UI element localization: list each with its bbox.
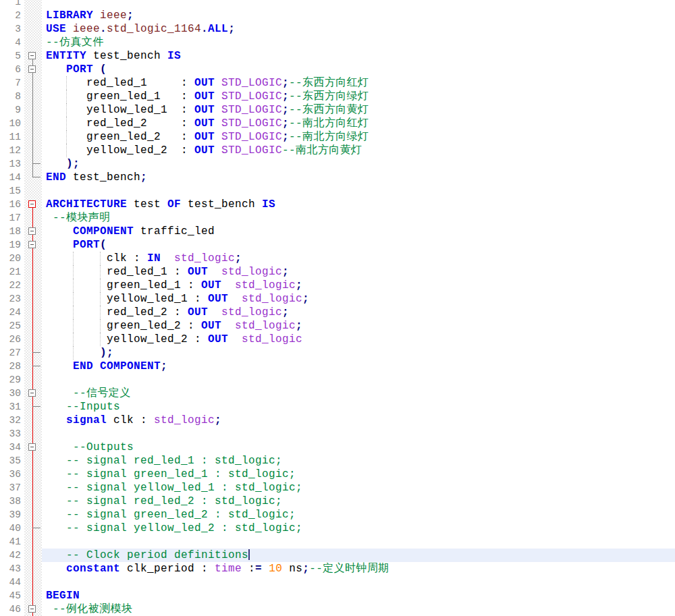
code-text[interactable]: -- signal yellow_led_2 : std_logic; [42, 522, 675, 535]
code-text[interactable] [42, 427, 675, 441]
code-text[interactable]: green_led_2 : OUT std_logic; [42, 319, 675, 333]
code-text[interactable]: yellow_led_2 : OUT STD_LOGIC--南北方向黄灯 [42, 144, 675, 157]
line-number[interactable]: 14 [0, 171, 24, 184]
code-text[interactable]: -- signal yellow_led_1 : std_logic; [42, 481, 675, 495]
line-number[interactable]: 41 [0, 535, 24, 549]
line-number[interactable]: 20 [0, 252, 24, 265]
code-text[interactable]: --信号定义 [42, 387, 675, 400]
line-number[interactable]: 31 [0, 400, 24, 414]
code-text[interactable]: --仿真文件 [42, 36, 675, 49]
code-text[interactable]: PORT( [42, 238, 675, 252]
code-text[interactable]: -- signal green_led_1 : std_logic; [42, 468, 675, 481]
code-text[interactable]: PORT ( [42, 63, 675, 76]
code-text[interactable]: -- signal green_led_2 : std_logic; [42, 508, 675, 522]
code-text[interactable]: ); [42, 157, 675, 171]
code-text[interactable]: green_led_1 : OUT std_logic; [42, 279, 675, 292]
line-number[interactable]: 38 [0, 495, 24, 508]
line-number[interactable]: 25 [0, 319, 24, 333]
line-number[interactable]: 42 [0, 549, 24, 562]
line-number[interactable]: 13 [0, 157, 24, 171]
line-number[interactable]: 44 [0, 576, 24, 589]
code-text[interactable]: yellow_led_1 : OUT std_logic; [42, 292, 675, 306]
fold-toggle-icon[interactable] [24, 198, 42, 211]
code-text[interactable]: END test_bench; [42, 171, 675, 184]
line-number[interactable]: 18 [0, 225, 24, 238]
code-text[interactable]: yellow_led_1 : OUT STD_LOGIC;--东西方向黄灯 [42, 103, 675, 117]
line-number[interactable]: 45 [0, 589, 24, 603]
fold-toggle-icon[interactable] [24, 387, 42, 400]
code-text[interactable] [42, 0, 675, 9]
line-number[interactable]: 21 [0, 265, 24, 279]
code-text[interactable]: --例化被测模块 [42, 603, 675, 616]
code-text[interactable]: red_led_1 : OUT std_logic; [42, 265, 675, 279]
line-number[interactable]: 1 [0, 0, 24, 9]
line-number[interactable]: 35 [0, 454, 24, 468]
line-number[interactable]: 46 [0, 603, 24, 616]
code-text[interactable] [42, 373, 675, 387]
code-text[interactable]: -- signal red_led_2 : std_logic; [42, 495, 675, 508]
code-text[interactable]: USE ieee.std_logic_1164.ALL; [42, 22, 675, 36]
line-number[interactable]: 39 [0, 508, 24, 522]
line-number[interactable]: 33 [0, 427, 24, 441]
code-text[interactable]: ENTITY test_bench IS [42, 49, 675, 63]
line-number[interactable]: 34 [0, 441, 24, 454]
code-text[interactable]: --Outputs [42, 441, 675, 454]
code-text[interactable]: --模块声明 [42, 211, 675, 225]
code-text[interactable]: green_led_1 : OUT STD_LOGIC;--东西方向绿灯 [42, 90, 675, 103]
line-number[interactable]: 3 [0, 22, 24, 36]
line-number[interactable]: 24 [0, 306, 24, 319]
line-number[interactable]: 15 [0, 184, 24, 198]
line-number[interactable]: 40 [0, 522, 24, 535]
line-number[interactable]: 10 [0, 117, 24, 130]
code-text[interactable]: END COMPONENT; [42, 360, 675, 373]
line-number[interactable]: 12 [0, 144, 24, 157]
code-text[interactable]: BEGIN [42, 589, 675, 603]
code-text[interactable]: -- Clock period definitions [42, 549, 675, 562]
code-text[interactable] [42, 535, 675, 549]
code-text[interactable]: ARCHITECTURE test OF test_bench IS [42, 198, 675, 211]
line-number[interactable]: 6 [0, 63, 24, 76]
code-text[interactable]: --Inputs [42, 400, 675, 414]
fold-toggle-icon[interactable] [24, 49, 42, 63]
line-number[interactable]: 30 [0, 387, 24, 400]
line-number[interactable]: 7 [0, 76, 24, 90]
line-number[interactable]: 8 [0, 90, 24, 103]
code-text[interactable]: constant clk_period : time := 10 ns;--定义… [42, 562, 675, 576]
fold-toggle-icon[interactable] [24, 225, 42, 238]
line-number[interactable]: 37 [0, 481, 24, 495]
line-number[interactable]: 43 [0, 562, 24, 576]
line-number[interactable]: 4 [0, 36, 24, 49]
line-number[interactable]: 17 [0, 211, 24, 225]
line-number[interactable]: 29 [0, 373, 24, 387]
line-number[interactable]: 16 [0, 198, 24, 211]
code-text[interactable]: red_led_1 : OUT STD_LOGIC;--东西方向红灯 [42, 76, 675, 90]
fold-toggle-icon[interactable] [24, 603, 42, 616]
editor-pane[interactable]: 12LIBRARY ieee;3USE ieee.std_logic_1164.… [0, 0, 675, 616]
line-number[interactable]: 2 [0, 9, 24, 22]
line-number[interactable]: 5 [0, 49, 24, 63]
line-number[interactable]: 23 [0, 292, 24, 306]
code-text[interactable] [42, 576, 675, 589]
code-text[interactable]: yellow_led_2 : OUT std_logic [42, 333, 675, 346]
code-text[interactable]: red_led_2 : OUT STD_LOGIC;--南北方向红灯 [42, 117, 675, 130]
code-text[interactable]: COMPONENT traffic_led [42, 225, 675, 238]
line-number[interactable]: 36 [0, 468, 24, 481]
line-number[interactable]: 32 [0, 414, 24, 427]
line-number[interactable]: 26 [0, 333, 24, 346]
line-number[interactable]: 27 [0, 346, 24, 360]
code-text[interactable]: signal clk : std_logic; [42, 414, 675, 427]
line-number[interactable]: 11 [0, 130, 24, 144]
fold-toggle-icon[interactable] [24, 441, 42, 454]
code-text[interactable]: LIBRARY ieee; [42, 9, 675, 22]
code-text[interactable]: ); [42, 346, 675, 360]
code-text[interactable]: -- signal red_led_1 : std_logic; [42, 454, 675, 468]
code-text[interactable]: green_led_2 : OUT STD_LOGIC;--南北方向绿灯 [42, 130, 675, 144]
line-number[interactable]: 22 [0, 279, 24, 292]
line-number[interactable]: 28 [0, 360, 24, 373]
code-text[interactable] [42, 184, 675, 198]
code-text[interactable]: clk : IN std_logic; [42, 252, 675, 265]
line-number[interactable]: 19 [0, 238, 24, 252]
fold-toggle-icon[interactable] [24, 238, 42, 252]
line-number[interactable]: 9 [0, 103, 24, 117]
code-text[interactable]: red_led_2 : OUT std_logic; [42, 306, 675, 319]
